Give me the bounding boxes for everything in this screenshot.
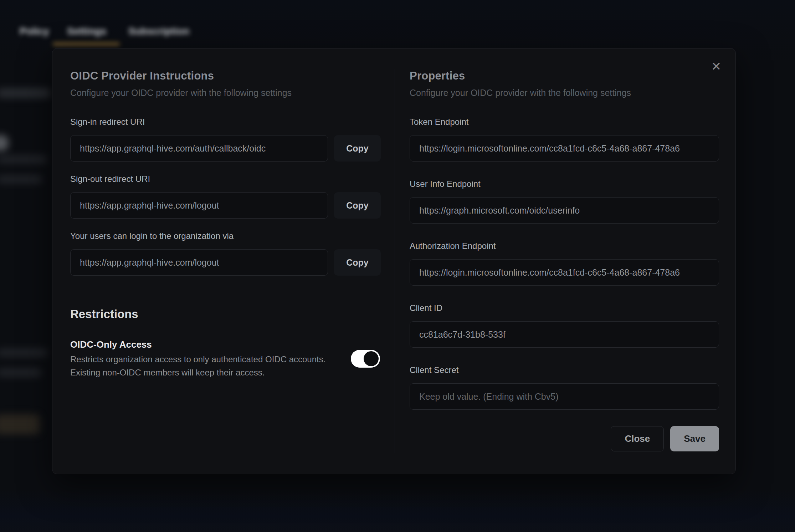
properties-title: Properties [410, 69, 719, 83]
restrictions-title: Restrictions [70, 306, 381, 322]
token-endpoint-label: Token Endpoint [410, 117, 719, 127]
properties-subtitle: Configure your OIDC provider with the fo… [410, 87, 719, 99]
copy-signin-uri-button[interactable]: Copy [334, 135, 381, 162]
description-line-1: Restricts organization access to only au… [70, 354, 325, 364]
instructions-title: OIDC Provider Instructions [70, 69, 381, 83]
oidc-only-access-text: OIDC-Only Access Restricts organization … [70, 338, 325, 379]
client-secret-input[interactable] [410, 383, 719, 410]
copy-signout-uri-button[interactable]: Copy [334, 192, 381, 219]
authorization-endpoint-label: Authorization Endpoint [410, 241, 719, 251]
blurred-background-button [0, 414, 40, 434]
oidc-settings-dialog: ✕ OIDC Provider Instructions Configure y… [52, 48, 736, 474]
userinfo-endpoint-input[interactable] [410, 197, 719, 224]
section-divider [70, 291, 381, 291]
tab-subscription[interactable]: Subscription [128, 26, 189, 37]
copy-org-login-uri-button[interactable]: Copy [334, 249, 381, 276]
active-tab-underline [53, 42, 120, 46]
column-divider [395, 69, 395, 453]
signin-redirect-uri-input[interactable] [70, 135, 328, 162]
instructions-column: OIDC Provider Instructions Configure you… [70, 48, 381, 474]
tab-settings[interactable]: Settings [67, 26, 106, 37]
client-id-input[interactable] [410, 321, 719, 348]
tab-policy[interactable]: Policy [20, 26, 49, 37]
oidc-only-access-row: OIDC-Only Access Restricts organization … [70, 338, 381, 379]
blurred-background-text [0, 369, 41, 377]
oidc-only-access-description: Restricts organization access to only au… [70, 353, 325, 379]
signout-redirect-uri-input[interactable] [70, 192, 328, 219]
save-button[interactable]: Save [670, 426, 719, 451]
close-button[interactable]: Close [611, 426, 664, 451]
blurred-background-text [0, 88, 51, 98]
org-login-uri-input[interactable] [70, 249, 328, 276]
token-endpoint-input[interactable] [410, 135, 719, 162]
signout-redirect-uri-label: Sign-out redirect URI [70, 174, 381, 184]
blurred-background-text [0, 349, 48, 357]
client-id-label: Client ID [410, 303, 719, 313]
description-line-2: Existing non-OIDC members will keep thei… [70, 368, 265, 377]
dialog-actions: Close Save [410, 426, 719, 451]
oidc-only-access-toggle[interactable] [351, 350, 380, 368]
blurred-background-avatar [0, 135, 9, 151]
instructions-subtitle: Configure your OIDC provider with the fo… [70, 87, 381, 99]
authorization-endpoint-input[interactable] [410, 259, 719, 286]
client-secret-label: Client Secret [410, 365, 719, 375]
oidc-only-access-label: OIDC-Only Access [70, 338, 325, 351]
properties-column: Properties Configure your OIDC provider … [410, 48, 719, 474]
org-login-uri-label: Your users can login to the organization… [70, 231, 381, 241]
userinfo-endpoint-label: User Info Endpoint [410, 179, 719, 189]
blurred-background-text [0, 175, 42, 183]
blurred-background-text [0, 155, 47, 163]
signin-redirect-uri-label: Sign-in redirect URI [70, 117, 381, 127]
toggle-thumb [364, 351, 379, 366]
